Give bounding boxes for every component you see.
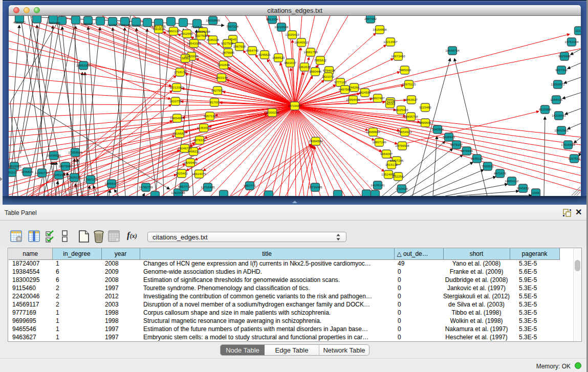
svg-text:9245652: 9245652 (517, 186, 530, 190)
svg-text:7546: 7546 (229, 37, 236, 41)
svg-text:9457771: 9457771 (244, 184, 256, 187)
svg-text:5938923: 5938923 (443, 135, 455, 139)
svg-text:7357224: 7357224 (226, 25, 239, 28)
svg-text:14136141: 14136141 (371, 183, 385, 187)
svg-text:3824554: 3824554 (359, 91, 372, 94)
svg-text:9084067: 9084067 (380, 152, 393, 156)
svg-text:9242848: 9242848 (217, 63, 230, 67)
svg-text:6794028: 6794028 (323, 69, 336, 72)
svg-text:9474444: 9474444 (461, 149, 473, 152)
svg-text:13716485: 13716485 (201, 185, 215, 189)
svg-text:19654955: 19654955 (170, 116, 184, 120)
svg-text:2935114: 2935114 (471, 157, 483, 160)
svg-text:18724007: 18724007 (288, 104, 302, 107)
svg-text:1046: 1046 (532, 191, 539, 194)
svg-text:3875685: 3875685 (222, 51, 235, 54)
svg-text:16154808: 16154808 (373, 28, 387, 31)
svg-text:15692901: 15692901 (554, 128, 569, 132)
svg-text:7955812: 7955812 (314, 58, 327, 62)
svg-text:20691406: 20691406 (46, 21, 60, 25)
svg-text:9146821: 9146821 (258, 53, 271, 56)
svg-text:11207246: 11207246 (389, 159, 404, 162)
svg-text:7485003: 7485003 (399, 68, 411, 72)
svg-text:19384554: 19384554 (309, 139, 323, 143)
svg-text:10543382: 10543382 (187, 41, 201, 45)
svg-text:2967608: 2967608 (233, 45, 246, 48)
svg-text:391113: 391113 (9, 170, 17, 174)
svg-text:9327502: 9327502 (195, 34, 208, 37)
svg-text:16914479: 16914479 (192, 172, 206, 176)
svg-text:1588520: 1588520 (272, 56, 285, 59)
svg-text:6497568: 6497568 (339, 87, 352, 91)
svg-text:1733426: 1733426 (396, 187, 408, 190)
svg-text:16648754: 16648754 (445, 49, 460, 52)
svg-text:8215958: 8215958 (539, 107, 552, 111)
svg-text:6879197: 6879197 (450, 143, 463, 146)
svg-text:10807487: 10807487 (371, 96, 385, 100)
svg-text:16640910: 16640910 (294, 40, 309, 44)
svg-text:2803144: 2803144 (215, 76, 228, 79)
svg-text:15751004: 15751004 (564, 40, 579, 43)
svg-text:19654923: 19654923 (398, 130, 412, 134)
svg-text:9463627: 9463627 (405, 98, 418, 101)
svg-text:20206526: 20206526 (47, 154, 61, 157)
svg-text:9899695: 9899695 (419, 121, 432, 124)
svg-text:20053396: 20053396 (76, 63, 91, 67)
svg-text:16961758: 16961758 (303, 50, 318, 54)
svg-text:20364436: 20364436 (346, 98, 360, 101)
svg-text:1145194: 1145194 (53, 173, 65, 177)
svg-text:7632621: 7632621 (482, 164, 494, 168)
svg-text:8813054: 8813054 (266, 17, 279, 21)
svg-text:9896: 9896 (182, 56, 189, 60)
svg-text:18915061: 18915061 (9, 164, 21, 168)
svg-text:9115460: 9115460 (419, 105, 431, 109)
svg-text:10025433: 10025433 (394, 108, 408, 112)
svg-text:7515546: 7515546 (191, 25, 204, 29)
svg-text:12342737: 12342737 (35, 171, 49, 174)
svg-text:17359924: 17359924 (68, 150, 82, 154)
svg-text:252254: 252254 (393, 174, 404, 178)
svg-text:1156829: 1156829 (21, 170, 33, 173)
svg-text:1621072: 1621072 (322, 75, 335, 78)
svg-text:5878332: 5878332 (193, 138, 206, 142)
svg-text:8267130: 8267130 (204, 114, 216, 118)
svg-text:8427552: 8427552 (211, 89, 224, 92)
svg-text:12213967: 12213967 (383, 40, 398, 43)
svg-text:19756928: 19756928 (395, 144, 409, 147)
svg-text:17957273: 17957273 (83, 178, 98, 181)
svg-text:1327602: 1327602 (106, 23, 119, 27)
svg-text:10958187: 10958187 (104, 182, 119, 185)
svg-text:14099489: 14099489 (183, 161, 198, 164)
svg-text:12923448: 12923448 (171, 191, 185, 194)
svg-text:10973493: 10973493 (391, 54, 405, 58)
svg-text:9327508: 9327508 (221, 41, 234, 45)
svg-text:16033809: 16033809 (206, 18, 220, 22)
svg-text:19218506: 19218506 (274, 25, 289, 29)
svg-text:12975115: 12975115 (402, 82, 416, 86)
svg-text:17016504: 17016504 (561, 143, 575, 146)
svg-text:3498222: 3498222 (187, 149, 200, 153)
svg-text:81700: 81700 (210, 100, 219, 104)
svg-text:13325419: 13325419 (285, 33, 299, 36)
svg-text:16210643: 16210643 (552, 114, 566, 117)
svg-text:2887682: 2887682 (364, 17, 377, 20)
svg-text:19166827: 19166827 (172, 132, 187, 135)
svg-text:8960128: 8960128 (167, 29, 180, 33)
svg-text:4055572: 4055572 (13, 20, 26, 24)
svg-text:3822037: 3822037 (284, 61, 297, 64)
svg-text:7663822: 7663822 (153, 27, 165, 31)
svg-text:12213363: 12213363 (169, 85, 184, 89)
svg-text:9777169: 9777169 (334, 80, 347, 84)
svg-text:7625402: 7625402 (176, 171, 188, 175)
svg-text:1244415: 1244415 (550, 98, 563, 101)
svg-text:18495758: 18495758 (404, 115, 418, 118)
svg-text:10654112: 10654112 (505, 179, 519, 183)
svg-text:1112: 1112 (576, 29, 581, 32)
svg-text:10719185: 10719185 (129, 24, 143, 27)
svg-text:1610755: 1610755 (169, 99, 182, 103)
svg-text:12093872: 12093872 (551, 82, 565, 86)
svg-text:8912954: 8912954 (181, 32, 193, 35)
svg-text:10653267: 10653267 (81, 22, 95, 26)
svg-text:8471676: 8471676 (494, 171, 507, 175)
svg-text:11353594: 11353594 (197, 126, 211, 129)
